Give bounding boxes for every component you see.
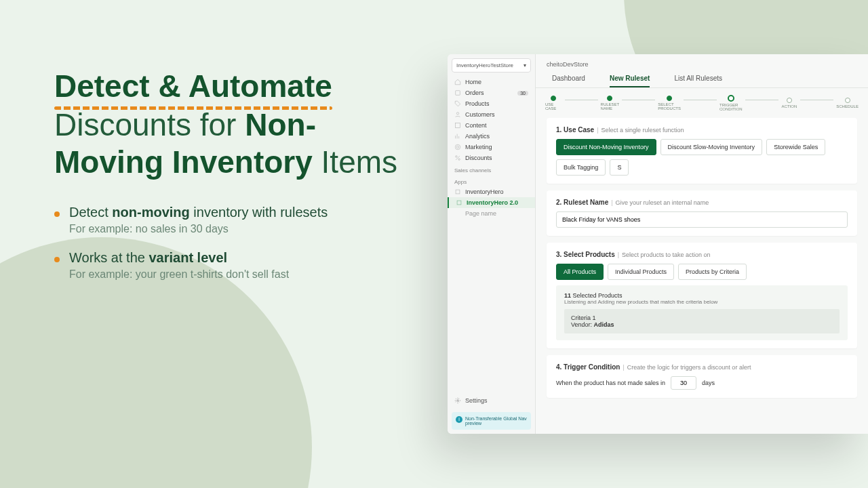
nav-app-inventoryhero[interactable]: InventoryHero [448,186,535,197]
marketing-copy: Detect & Automate Discounts for Non-Movi… [54,68,420,296]
nav-app-inventoryhero2[interactable]: InventoryHero 2.0 [448,197,535,208]
nav-home[interactable]: Home [448,77,535,87]
step-schedule[interactable]: SCHEDULE [836,98,859,108]
criteria-key: Vendor: [571,321,592,328]
bullet-1: Detect non-moving inventory with ruleset… [54,205,420,235]
pill-criteria[interactable]: Products by Criteria [678,264,747,280]
section-title: 4. Trigger Condition [556,363,620,371]
nav-content[interactable]: Content [448,120,535,131]
svg-point-9 [457,400,459,402]
headline: Detect & Automate Discounts for Non-Movi… [54,68,420,180]
bullet-dot-icon [54,211,60,217]
selected-count: 11 [564,292,571,299]
svg-point-1 [456,113,458,115]
nav-apps-header: Apps [448,175,535,186]
nav-marketing[interactable]: Marketing [448,142,535,152]
home-icon [454,79,461,85]
chart-icon [454,133,461,140]
nav-sales-channels-header: Sales channels [448,163,535,175]
store-selector[interactable]: InventoryHeroTestStore ▾ [452,58,531,73]
trigger-days-input[interactable] [671,376,696,390]
bullet-2: Works at the variant level For example: … [54,250,420,281]
app-icon [454,188,461,195]
criteria-label: Criteria 1 [571,314,833,321]
svg-point-4 [456,146,458,148]
info-icon: i [456,416,462,423]
section-sub: Create the logic for triggers a discount… [627,364,751,371]
orders-icon [454,89,461,96]
nav-orders[interactable]: Orders30 [448,87,535,98]
nav-products[interactable]: Products [448,98,535,109]
section-title: 1. Use Case [556,126,594,134]
bullet-1-sub: For example: no sales in 30 days [69,223,328,235]
svg-point-5 [456,156,458,158]
criteria-value: Adidas [594,321,614,328]
trigger-text-post: days [702,380,715,386]
target-icon [454,144,461,150]
nav-page[interactable]: Page name [448,208,535,219]
content-icon [454,122,461,129]
section-trigger: 4. Trigger Condition|Create the logic fo… [547,355,857,398]
step-trigger[interactable]: TRIGGER CONDITION [719,95,743,111]
sidebar: InventoryHeroTestStore ▾ Home Orders30 P… [448,54,536,434]
tag-icon [454,100,461,107]
svg-rect-2 [456,123,460,128]
info-card: i Non-Transferable Global Nav preview [452,412,531,430]
section-use-case: 1. Use Case|Select a single ruleset func… [547,118,857,184]
info-card-text: Non-Transferable Global Nav preview [465,416,527,426]
nav-customers[interactable]: Customers [448,109,535,120]
section-sub: Select a single ruleset function [601,127,684,134]
pill-storewide[interactable]: Storewide Sales [766,139,825,155]
section-sub: Select products to take action on [622,251,711,258]
step-ruleset-name[interactable]: RULESET NAME [601,96,620,110]
step-use-case[interactable]: USE CASE [545,96,562,110]
section-select-products: 3. Select Products|Select products to ta… [547,243,857,348]
svg-point-3 [455,144,460,150]
bullet-dot-icon [54,257,60,262]
tab-new-ruleset[interactable]: New Ruleset [610,75,650,87]
listening-text: Listening and Adding new products that m… [564,299,840,305]
section-sub: Give your ruleset an internal name [616,199,709,206]
pill-non-moving[interactable]: Discount Non-Moving Inventory [556,139,656,155]
svg-rect-7 [456,190,460,194]
main-panel: cheitoDevStore Dashboard New Ruleset Lis… [536,54,868,434]
bullet-1-main: Detect non-moving inventory with ruleset… [69,205,328,220]
headline-underlined: Detect & Automate [54,68,332,106]
nav-settings[interactable]: Settings [448,393,535,408]
svg-rect-8 [457,201,461,205]
section-ruleset-name: 2. Ruleset Name|Give your ruleset an int… [547,190,857,236]
trigger-text-pre: When the product has not made sales in [556,380,665,386]
app-icon [456,199,462,206]
stepper: USE CASE RULESET NAME SELECT PRODUCTS TR… [536,88,868,111]
selected-products-box: 11 Selected Products Listening and Addin… [556,285,848,340]
section-title: 3. Select Products [556,251,615,258]
user-icon [454,111,461,118]
bullet-2-sub: For example: your green t-shirts don't s… [69,268,289,281]
ruleset-name-input[interactable] [556,211,848,228]
step-select-products[interactable]: SELECT PRODUCTS [658,96,681,110]
criteria-box: Criteria 1 Vendor: Adidas [564,309,840,333]
nav-discounts[interactable]: Discounts [448,152,535,163]
selected-label: Selected Products [573,292,623,299]
svg-point-6 [458,159,460,161]
orders-badge: 30 [517,91,528,96]
pill-slow-moving[interactable]: Discount Slow-Moving Inventory [660,139,763,155]
step-action[interactable]: ACTION [781,98,798,108]
pill-cutoff[interactable]: S [610,159,629,176]
tab-dashboard[interactable]: Dashboard [552,75,585,87]
gear-icon [454,397,461,404]
headline-regular: Discounts for Non-Moving Inventory Items [54,107,397,179]
bullet-2-main: Works at the variant level [69,250,289,266]
tabs: Dashboard New Ruleset List All Rulesets [536,68,868,88]
pill-all-products[interactable]: All Products [556,264,604,280]
percent-icon [454,155,461,161]
section-title: 2. Ruleset Name [556,199,608,206]
breadcrumb: cheitoDevStore [536,54,868,68]
pill-bulk-tagging[interactable]: Bulk Tagging [556,159,606,176]
pill-individual[interactable]: Individual Products [608,264,674,280]
tab-list-rulesets[interactable]: List All Rulesets [674,75,722,87]
app-screenshot: InventoryHeroTestStore ▾ Home Orders30 P… [448,54,868,434]
store-name: InventoryHeroTestStore [456,62,513,68]
nav-analytics[interactable]: Analytics [448,131,535,142]
chevron-down-icon: ▾ [524,62,526,68]
